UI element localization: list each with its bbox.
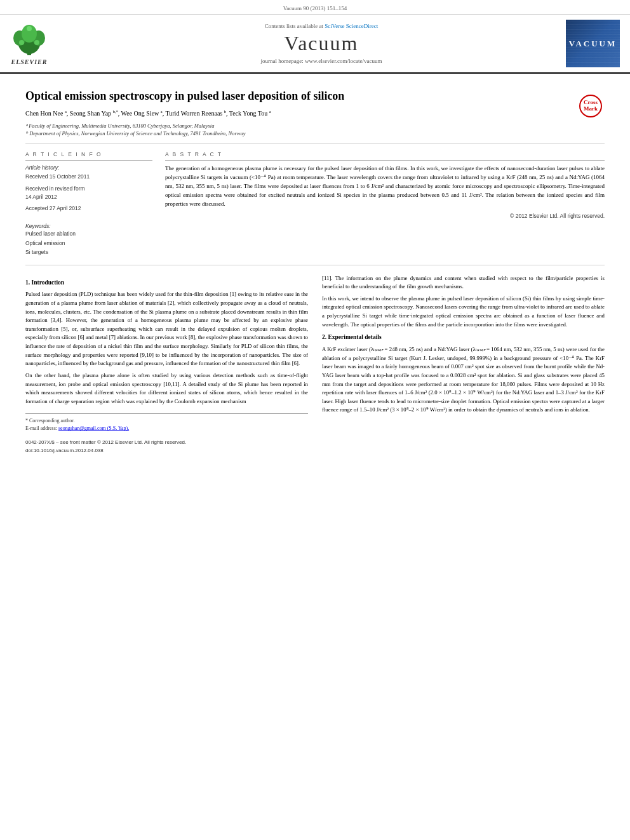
svg-point-7: [27, 26, 32, 31]
vacuum-journal-logo: VACUUM: [566, 20, 620, 67]
section1-heading: 1. Introduction: [25, 278, 308, 288]
article-title-text: Optical emission spectroscopy in pulsed …: [25, 89, 570, 138]
elsevier-tree-icon: [10, 22, 48, 57]
email-link[interactable]: seongshan@gmail.com (S.S. Yap).: [58, 425, 129, 431]
keywords-label: Keywords:: [25, 223, 152, 229]
footnote-area: * Corresponding author. E-mail address: …: [25, 413, 308, 432]
sciverse-link-anchor[interactable]: SciVerse ScienceDirect: [325, 23, 378, 29]
journal-title: Vacuum: [285, 32, 359, 55]
corresponding-author-note: * Corresponding author.: [25, 417, 308, 425]
bottom-meta: 0042-207X/$ – see front matter © 2012 El…: [25, 439, 308, 455]
body-col-right: [11]. The information on the plume dynam…: [322, 274, 605, 455]
header-center: Contents lists available at SciVerse Sci…: [93, 23, 550, 64]
header-right: VACUUM: [556, 20, 620, 67]
article-info-col: A R T I C L E I N F O Article history: R…: [25, 151, 152, 257]
keyword-2: Optical emission: [25, 239, 152, 248]
section2-heading: 2. Experimental details: [322, 333, 605, 342]
email-note: E-mail address: seongshan@gmail.com (S.S…: [25, 425, 308, 432]
issn-line: 0042-207X/$ – see front matter © 2012 El…: [25, 439, 308, 446]
keyword-3: Si targets: [25, 248, 152, 257]
info-divider: [25, 160, 152, 161]
history-label: Article history:: [25, 164, 152, 171]
elsevier-logo: ELSEVIER: [10, 22, 48, 65]
page: Vacuum 90 (2013) 151–154 ELSEVIER: [0, 0, 630, 840]
body-content: 1. Introduction Pulsed laser deposition …: [25, 265, 605, 455]
article-info-label: A R T I C L E I N F O: [25, 151, 152, 157]
article-info-abstract: A R T I C L E I N F O Article history: R…: [25, 143, 605, 265]
crossmark-badge: Cross Mark: [576, 91, 605, 120]
section1-col2-p1: [11]. The information on the plume dynam…: [322, 274, 605, 291]
section1-p2: On the other hand, the plasma plume alon…: [25, 371, 308, 406]
doi-line: doi:10.1016/j.vacuum.2012.04.038: [25, 447, 308, 455]
elsevier-label: ELSEVIER: [11, 58, 48, 65]
journal-topbar: Vacuum 90 (2013) 151–154: [0, 0, 630, 15]
body-col-left: 1. Introduction Pulsed laser deposition …: [25, 274, 308, 455]
svg-text:Mark: Mark: [584, 105, 598, 112]
email-label: E-mail address:: [25, 425, 57, 431]
article-title-section: Optical emission spectroscopy in pulsed …: [25, 81, 605, 143]
svg-point-5: [19, 40, 24, 45]
abstract-col: A B S T R A C T The generation of a homo…: [165, 151, 605, 257]
abstract-divider: [165, 160, 605, 161]
crossmark-icon: Cross Mark: [579, 94, 603, 118]
article-authors: Chen Hon Nee a, Seong Shan Yap b,*, Wee …: [25, 109, 570, 119]
svg-text:Cross: Cross: [584, 99, 598, 105]
abstract-label: A B S T R A C T: [165, 151, 605, 157]
affiliation-b: ᵇ Department of Physics, Norwegian Unive…: [25, 130, 570, 138]
section1-col2-p2: In this work, we intend to observe the p…: [322, 295, 605, 330]
section1-p1: Pulsed laser deposition (PLD) technique …: [25, 290, 308, 368]
accepted-text: Accepted 27 April 2012: [25, 204, 152, 213]
header-left: ELSEVIER: [10, 22, 86, 65]
main-content: Optical emission spectroscopy in pulsed …: [0, 74, 630, 467]
article-main-title: Optical emission spectroscopy in pulsed …: [25, 89, 570, 103]
affiliation-a: ᵃ Faculty of Engineering, Multimedia Uni…: [25, 122, 570, 130]
sciverse-link: Contents lists available at SciVerse Sci…: [265, 23, 379, 29]
section2-col2-p1: A KrF excimer laser (λₗₐₛₑᵣ = 248 nm, 25…: [322, 345, 605, 415]
keyword-1: Pulsed laser ablation: [25, 229, 152, 238]
copyright-line: © 2012 Elsevier Ltd. All rights reserved…: [165, 213, 605, 219]
keywords-list: Pulsed laser ablation Optical emission S…: [25, 229, 152, 257]
journal-header: ELSEVIER Contents lists available at Sci…: [0, 15, 630, 74]
affiliations: ᵃ Faculty of Engineering, Multimedia Uni…: [25, 122, 570, 138]
svg-point-6: [34, 40, 39, 45]
received-text: Received 15 October 2011: [25, 173, 152, 181]
abstract-text: The generation of a homogeneous plasma p…: [165, 164, 605, 209]
revised-text: Received in revised form14 April 2012: [25, 185, 152, 201]
journal-volume-info: Vacuum 90 (2013) 151–154: [283, 5, 347, 11]
journal-homepage: journal homepage: www.elsevier.com/locat…: [261, 58, 382, 64]
